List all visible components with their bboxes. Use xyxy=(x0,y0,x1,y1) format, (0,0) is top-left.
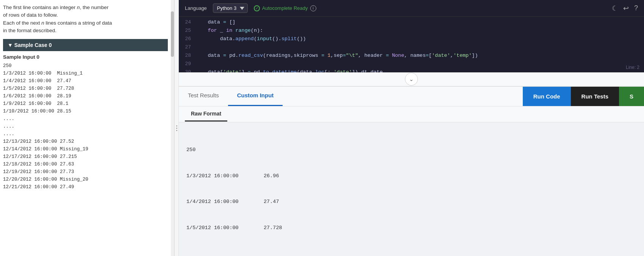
desc-text-1: The first line contains an integer xyxy=(3,5,77,10)
sample-data: 250 1/3/2012 16:00:00 Missing_1 1/4/2012… xyxy=(3,62,168,191)
line-content-30: data['date'] = pd.to_datetime(data.loc[:… xyxy=(195,68,644,72)
tab-custom-input[interactable]: Custom Input xyxy=(228,87,283,106)
code-line-29: 29 xyxy=(179,60,644,68)
data-row-3: 1/5/2012 16:00:00 27.728 xyxy=(186,224,636,233)
left-scrollbar[interactable] xyxy=(171,0,174,256)
line-num-30: 30 xyxy=(179,68,195,72)
line-content-24: data = [] xyxy=(195,18,644,27)
data-table: 250 1/3/2012 16:00:00 26.96 1/4/2012 16:… xyxy=(186,128,636,250)
code-line-27: 27 xyxy=(179,43,644,52)
data-row-0: 250 xyxy=(186,146,636,155)
collapse-button[interactable]: ⌄ xyxy=(405,73,418,86)
desc-text-3: Each of the next xyxy=(3,20,41,26)
submit-button[interactable]: S xyxy=(619,87,644,106)
resize-dot-3 xyxy=(176,130,177,131)
line-num-25: 25 xyxy=(179,27,195,35)
data-cell-3-1: 27.728 xyxy=(264,224,286,233)
line-num-27: 27 xyxy=(179,43,195,52)
autocomplete-check-icon: ✓ xyxy=(254,5,260,11)
desc-text-1b: , the number xyxy=(80,5,109,10)
language-label: Language xyxy=(185,5,207,11)
resize-dot-1 xyxy=(176,125,177,126)
line-content-26: data.append(input().split()) xyxy=(195,35,644,43)
problem-description-area: The first line contains an integer n, th… xyxy=(0,0,174,256)
code-line-28: 28 data = pd.read_csv(readings,skiprows … xyxy=(179,52,644,60)
sample-case-label: ▼ Sample Case 0 xyxy=(8,42,52,48)
desc-text-4: in the format described. xyxy=(3,28,56,33)
autocomplete-info-icon[interactable]: i xyxy=(310,5,316,11)
data-row-2: 1/4/2012 16:00:00 27.47 xyxy=(186,198,636,206)
tabs-spacer xyxy=(283,87,522,106)
help-icon[interactable]: ? xyxy=(634,4,638,12)
desc-text-2: of rows of data to follow. xyxy=(3,12,58,18)
left-scrollbar-thumb[interactable] xyxy=(171,11,174,57)
line-num-26: 26 xyxy=(179,35,195,43)
code-line-26: 26 data.append(input().split()) xyxy=(179,35,644,43)
code-line-30: 30 data['date'] = pd.to_datetime(data.lo… xyxy=(179,68,644,72)
line-num-29: 29 xyxy=(179,60,195,68)
moon-icon[interactable]: ☾ xyxy=(612,4,618,12)
desc-italic-n2: n xyxy=(41,20,44,26)
sample-input-label: Sample Input 0 xyxy=(3,54,168,60)
line-num-24: 24 xyxy=(179,18,195,27)
code-area[interactable]: 24 data = [] 25 for _ in range(n): 26 da… xyxy=(179,17,644,72)
chevron-down-icon: ⌄ xyxy=(409,76,414,82)
code-line-25: 25 for _ in range(n): xyxy=(179,27,644,35)
line-content-25: for _ in range(n): xyxy=(195,27,644,35)
right-panel: Language Python 3 C++ Java ✓ Autocomplet… xyxy=(179,0,644,256)
data-cell-3-0: 1/5/2012 16:00:00 xyxy=(186,224,255,233)
bottom-content: 250 1/3/2012 16:00:00 26.96 1/4/2012 16:… xyxy=(179,122,644,256)
tabs-row: Test Results Custom Input Run Code Run T… xyxy=(179,87,644,106)
tab-test-results[interactable]: Test Results xyxy=(179,87,228,106)
sub-tabs-row: Raw Format xyxy=(179,106,644,122)
line-num-28: 28 xyxy=(179,52,195,60)
problem-description: The first line contains an integer n, th… xyxy=(3,4,168,34)
editor-header: Language Python 3 C++ Java ✓ Autocomplet… xyxy=(179,0,644,17)
data-row-1: 1/3/2012 16:00:00 26.96 xyxy=(186,172,636,181)
autocomplete-badge: ✓ Autocomplete Ready i xyxy=(254,5,316,11)
run-code-button[interactable]: Run Code xyxy=(523,87,571,106)
data-cell-0-1 xyxy=(264,146,286,155)
header-icons: ☾ ↩ ? xyxy=(612,4,638,12)
collapse-row: ⌄ xyxy=(179,72,644,86)
bottom-panel: Test Results Custom Input Run Code Run T… xyxy=(179,86,644,256)
sub-tab-raw-format[interactable]: Raw Format xyxy=(185,107,227,122)
resize-handle[interactable] xyxy=(174,0,179,256)
undo-icon[interactable]: ↩ xyxy=(623,4,629,12)
data-cell-2-1: 27.47 xyxy=(264,198,286,206)
data-cell-1-1: 26.96 xyxy=(264,172,286,181)
code-editor[interactable]: 24 data = [] 25 for _ in range(n): 26 da… xyxy=(179,17,644,72)
run-tests-button[interactable]: Run Tests xyxy=(571,87,619,106)
language-select[interactable]: Python 3 C++ Java xyxy=(213,3,248,13)
line-indicator: Line: 2 xyxy=(626,65,639,70)
data-cell-1-0: 1/3/2012 16:00:00 xyxy=(186,172,255,181)
resize-dot-2 xyxy=(176,128,177,129)
left-panel: The first line contains an integer n, th… xyxy=(0,0,174,256)
autocomplete-text: Autocomplete Ready xyxy=(262,5,308,11)
desc-italic-n1: n xyxy=(77,5,80,10)
sample-case-header[interactable]: ▼ Sample Case 0 xyxy=(3,39,168,51)
line-content-28: data = pd.read_csv(readings,skiprows = 1… xyxy=(195,52,644,60)
data-cell-0-0: 250 xyxy=(186,146,255,155)
desc-text-3b: lines contains a string of data xyxy=(44,20,112,26)
data-cell-2-0: 1/4/2012 16:00:00 xyxy=(186,198,255,206)
code-line-24: 24 data = [] xyxy=(179,18,644,27)
